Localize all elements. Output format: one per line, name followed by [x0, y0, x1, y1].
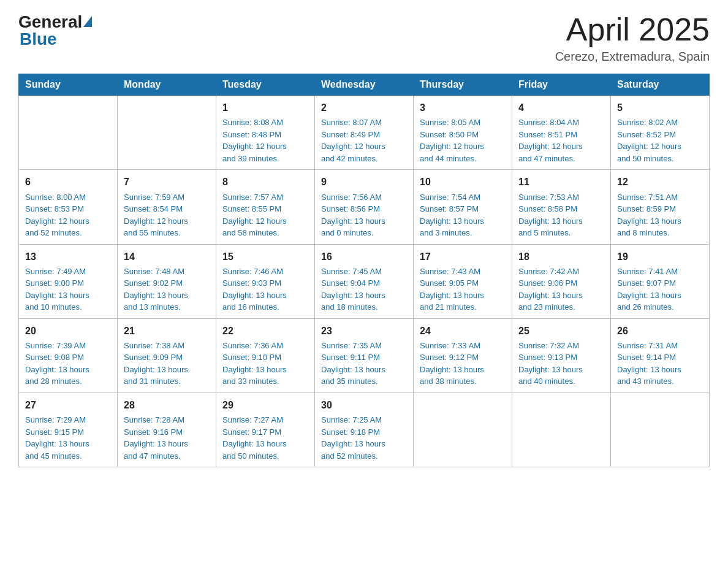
- page-subtitle: Cerezo, Extremadura, Spain: [555, 50, 710, 64]
- day-number: 28: [124, 398, 210, 412]
- calendar-cell: 15Sunrise: 7:46 AM Sunset: 9:03 PM Dayli…: [216, 244, 315, 318]
- day-number: 15: [222, 250, 308, 264]
- calendar-cell: 4Sunrise: 8:04 AM Sunset: 8:51 PM Daylig…: [512, 96, 611, 170]
- calendar-cell: 26Sunrise: 7:31 AM Sunset: 9:14 PM Dayli…: [611, 318, 710, 393]
- calendar-week-row: 27Sunrise: 7:29 AM Sunset: 9:15 PM Dayli…: [19, 393, 710, 467]
- day-info: Sunrise: 7:41 AM Sunset: 9:07 PM Dayligh…: [617, 266, 703, 313]
- calendar-cell: 8Sunrise: 7:57 AM Sunset: 8:55 PM Daylig…: [216, 170, 315, 244]
- day-info: Sunrise: 8:05 AM Sunset: 8:50 PM Dayligh…: [420, 117, 506, 164]
- day-info: Sunrise: 8:07 AM Sunset: 8:49 PM Dayligh…: [321, 117, 407, 164]
- day-info: Sunrise: 7:39 AM Sunset: 9:08 PM Dayligh…: [25, 340, 111, 388]
- day-info: Sunrise: 7:46 AM Sunset: 9:03 PM Dayligh…: [222, 266, 308, 313]
- day-number: 22: [222, 324, 308, 338]
- day-number: 21: [124, 324, 210, 338]
- calendar-cell: [611, 393, 710, 467]
- day-of-week-header: Sunday: [19, 74, 118, 96]
- day-info: Sunrise: 7:33 AM Sunset: 9:12 PM Dayligh…: [420, 340, 506, 388]
- day-info: Sunrise: 7:49 AM Sunset: 9:00 PM Dayligh…: [25, 266, 111, 313]
- day-of-week-header: Wednesday: [315, 74, 414, 96]
- day-number: 14: [124, 250, 210, 264]
- calendar-cell: 9Sunrise: 7:56 AM Sunset: 8:56 PM Daylig…: [315, 170, 414, 244]
- calendar-cell: 16Sunrise: 7:45 AM Sunset: 9:04 PM Dayli…: [315, 244, 414, 318]
- day-info: Sunrise: 7:51 AM Sunset: 8:59 PM Dayligh…: [617, 191, 703, 239]
- day-number: 24: [420, 324, 506, 338]
- day-number: 17: [420, 250, 506, 264]
- day-number: 6: [25, 175, 111, 189]
- day-number: 20: [25, 324, 111, 338]
- day-number: 3: [420, 101, 506, 115]
- calendar-cell: 14Sunrise: 7:48 AM Sunset: 9:02 PM Dayli…: [118, 244, 216, 318]
- calendar-cell: 7Sunrise: 7:59 AM Sunset: 8:54 PM Daylig…: [118, 170, 216, 244]
- day-info: Sunrise: 8:08 AM Sunset: 8:48 PM Dayligh…: [222, 117, 308, 164]
- calendar-cell: 25Sunrise: 7:32 AM Sunset: 9:13 PM Dayli…: [512, 318, 611, 393]
- day-info: Sunrise: 7:59 AM Sunset: 8:54 PM Dayligh…: [124, 191, 210, 239]
- day-number: 8: [222, 175, 308, 189]
- calendar-cell: 30Sunrise: 7:25 AM Sunset: 9:18 PM Dayli…: [315, 393, 414, 467]
- calendar-cell: 1Sunrise: 8:08 AM Sunset: 8:48 PM Daylig…: [216, 96, 315, 170]
- day-number: 13: [25, 250, 111, 264]
- calendar-cell: 22Sunrise: 7:36 AM Sunset: 9:10 PM Dayli…: [216, 318, 315, 393]
- calendar-cell: 13Sunrise: 7:49 AM Sunset: 9:00 PM Dayli…: [19, 244, 118, 318]
- day-of-week-header: Friday: [512, 74, 611, 96]
- logo-arrow-icon: [83, 16, 92, 27]
- calendar-cell: [19, 96, 118, 170]
- calendar-cell: 28Sunrise: 7:28 AM Sunset: 9:16 PM Dayli…: [118, 393, 216, 467]
- day-info: Sunrise: 8:00 AM Sunset: 8:53 PM Dayligh…: [25, 191, 111, 239]
- calendar-cell: 6Sunrise: 8:00 AM Sunset: 8:53 PM Daylig…: [19, 170, 118, 244]
- day-number: 27: [25, 398, 111, 412]
- day-info: Sunrise: 7:54 AM Sunset: 8:57 PM Dayligh…: [420, 191, 506, 239]
- day-number: 9: [321, 175, 407, 189]
- day-info: Sunrise: 7:48 AM Sunset: 9:02 PM Dayligh…: [124, 266, 210, 313]
- calendar-cell: 21Sunrise: 7:38 AM Sunset: 9:09 PM Dayli…: [118, 318, 216, 393]
- calendar-table: SundayMondayTuesdayWednesdayThursdayFrid…: [18, 74, 710, 467]
- calendar-cell: 17Sunrise: 7:43 AM Sunset: 9:05 PM Dayli…: [414, 244, 512, 318]
- day-of-week-header: Monday: [118, 74, 216, 96]
- logo-blue-text: Blue: [20, 29, 57, 49]
- day-info: Sunrise: 7:42 AM Sunset: 9:06 PM Dayligh…: [518, 266, 604, 313]
- day-number: 16: [321, 250, 407, 264]
- day-number: 2: [321, 101, 407, 115]
- day-info: Sunrise: 7:38 AM Sunset: 9:09 PM Dayligh…: [124, 340, 210, 388]
- calendar-week-row: 13Sunrise: 7:49 AM Sunset: 9:00 PM Dayli…: [19, 244, 710, 318]
- day-of-week-header: Thursday: [414, 74, 512, 96]
- calendar-cell: [414, 393, 512, 467]
- day-number: 30: [321, 398, 407, 412]
- day-info: Sunrise: 7:25 AM Sunset: 9:18 PM Dayligh…: [321, 414, 407, 462]
- day-info: Sunrise: 7:32 AM Sunset: 9:13 PM Dayligh…: [518, 340, 604, 388]
- calendar-cell: 11Sunrise: 7:53 AM Sunset: 8:58 PM Dayli…: [512, 170, 611, 244]
- day-number: 25: [518, 324, 604, 338]
- calendar-header-row: SundayMondayTuesdayWednesdayThursdayFrid…: [19, 74, 710, 96]
- day-number: 12: [617, 175, 703, 189]
- day-number: 29: [222, 398, 308, 412]
- day-number: 11: [518, 175, 604, 189]
- day-number: 23: [321, 324, 407, 338]
- day-number: 19: [617, 250, 703, 264]
- calendar-cell: 23Sunrise: 7:35 AM Sunset: 9:11 PM Dayli…: [315, 318, 414, 393]
- day-number: 18: [518, 250, 604, 264]
- day-info: Sunrise: 7:57 AM Sunset: 8:55 PM Dayligh…: [222, 191, 308, 239]
- calendar-cell: 27Sunrise: 7:29 AM Sunset: 9:15 PM Dayli…: [19, 393, 118, 467]
- day-number: 10: [420, 175, 506, 189]
- day-info: Sunrise: 7:27 AM Sunset: 9:17 PM Dayligh…: [222, 414, 308, 462]
- calendar-cell: 3Sunrise: 8:05 AM Sunset: 8:50 PM Daylig…: [414, 96, 512, 170]
- calendar-cell: [118, 96, 216, 170]
- calendar-cell: 10Sunrise: 7:54 AM Sunset: 8:57 PM Dayli…: [414, 170, 512, 244]
- day-number: 4: [518, 101, 604, 115]
- calendar-cell: 12Sunrise: 7:51 AM Sunset: 8:59 PM Dayli…: [611, 170, 710, 244]
- calendar-week-row: 6Sunrise: 8:00 AM Sunset: 8:53 PM Daylig…: [19, 170, 710, 244]
- day-info: Sunrise: 7:56 AM Sunset: 8:56 PM Dayligh…: [321, 191, 407, 239]
- calendar-cell: [512, 393, 611, 467]
- day-info: Sunrise: 7:53 AM Sunset: 8:58 PM Dayligh…: [518, 191, 604, 239]
- page-header: General Blue April 2025 Cerezo, Extremad…: [18, 12, 710, 64]
- calendar-cell: 19Sunrise: 7:41 AM Sunset: 9:07 PM Dayli…: [611, 244, 710, 318]
- day-info: Sunrise: 8:04 AM Sunset: 8:51 PM Dayligh…: [518, 117, 604, 164]
- day-of-week-header: Saturday: [611, 74, 710, 96]
- day-number: 5: [617, 101, 703, 115]
- calendar-cell: 2Sunrise: 8:07 AM Sunset: 8:49 PM Daylig…: [315, 96, 414, 170]
- day-number: 7: [124, 175, 210, 189]
- day-info: Sunrise: 7:36 AM Sunset: 9:10 PM Dayligh…: [222, 340, 308, 388]
- day-info: Sunrise: 7:35 AM Sunset: 9:11 PM Dayligh…: [321, 340, 407, 388]
- calendar-week-row: 20Sunrise: 7:39 AM Sunset: 9:08 PM Dayli…: [19, 318, 710, 393]
- day-info: Sunrise: 7:28 AM Sunset: 9:16 PM Dayligh…: [124, 414, 210, 462]
- day-info: Sunrise: 7:43 AM Sunset: 9:05 PM Dayligh…: [420, 266, 506, 313]
